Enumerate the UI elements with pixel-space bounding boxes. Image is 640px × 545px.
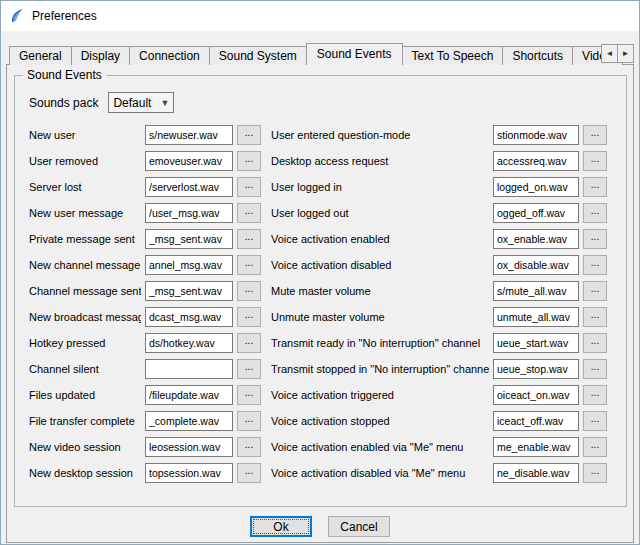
sound-file-input[interactable] (493, 437, 579, 457)
sound-file-input[interactable] (145, 151, 233, 171)
browse-button[interactable]: ... (583, 177, 607, 197)
tab-scroll-controls: ◄ ► (602, 44, 634, 63)
group-title: Sound Events (23, 68, 106, 82)
sound-event-label: Server lost (29, 181, 141, 193)
sound-file-input[interactable] (145, 177, 233, 197)
browse-button[interactable]: ... (583, 437, 607, 457)
sound-file-input[interactable] (493, 463, 579, 483)
sound-file-input[interactable] (493, 177, 579, 197)
sound-file-input[interactable] (493, 333, 579, 353)
sound-event-label: User logged out (271, 207, 489, 219)
sound-event-row: New user message... (29, 203, 261, 223)
sound-file-input[interactable] (145, 411, 233, 431)
sound-event-row: Voice activation enabled via "Me" menu..… (271, 437, 607, 457)
sound-event-row: Voice activation stopped... (271, 411, 607, 431)
browse-button[interactable]: ... (237, 463, 261, 483)
sound-event-label: Files updated (29, 389, 141, 401)
tab-scroll-left-button[interactable]: ◄ (601, 44, 618, 63)
sound-file-input[interactable] (493, 229, 579, 249)
sound-file-input[interactable] (145, 333, 233, 353)
sounds-pack-combo[interactable]: Default ▼ (108, 92, 174, 113)
tab-text-to-speech[interactable]: Text To Speech (402, 46, 504, 65)
sound-event-row: New channel message... (29, 255, 261, 275)
tab-scroll-right-button[interactable]: ► (617, 44, 634, 63)
sound-file-input[interactable] (493, 255, 579, 275)
browse-button[interactable]: ... (237, 203, 261, 223)
sounds-pack-value: Default (113, 96, 151, 110)
sound-event-row: File transfer complete... (29, 411, 261, 431)
browse-button[interactable]: ... (583, 203, 607, 223)
tab-bar: GeneralDisplayConnectionSound SystemSoun… (1, 43, 639, 65)
tab-shortcuts[interactable]: Shortcuts (502, 46, 573, 65)
sound-event-row: User entered question-mode... (271, 125, 607, 145)
browse-button[interactable]: ... (583, 333, 607, 353)
sound-file-input[interactable] (145, 125, 233, 145)
browse-button[interactable]: ... (583, 359, 607, 379)
browse-button[interactable]: ... (237, 437, 261, 457)
sound-event-label: New user message (29, 207, 141, 219)
sound-event-label: Voice activation enabled (271, 233, 489, 245)
sound-file-input[interactable] (145, 281, 233, 301)
sound-event-label: Transmit stopped in "No interruption" ch… (271, 363, 489, 375)
browse-button[interactable]: ... (583, 411, 607, 431)
sound-file-input[interactable] (145, 437, 233, 457)
sounds-pack-row: Sounds pack Default ▼ (29, 92, 618, 113)
sound-event-label: User entered question-mode (271, 129, 489, 141)
sound-file-input[interactable] (493, 203, 579, 223)
sound-file-input[interactable] (493, 281, 579, 301)
sound-file-input[interactable] (493, 125, 579, 145)
chevron-down-icon: ▼ (160, 98, 169, 108)
browse-button[interactable]: ... (237, 385, 261, 405)
sound-file-input[interactable] (145, 307, 233, 327)
browse-button[interactable]: ... (583, 151, 607, 171)
browse-button[interactable]: ... (583, 229, 607, 249)
browse-button[interactable]: ... (583, 125, 607, 145)
sound-file-input[interactable] (145, 385, 233, 405)
browse-button[interactable]: ... (583, 281, 607, 301)
sound-event-label: Desktop access request (271, 155, 489, 167)
browse-button[interactable]: ... (237, 359, 261, 379)
tab-general[interactable]: General (9, 46, 72, 65)
browse-button[interactable]: ... (583, 385, 607, 405)
browse-button[interactable]: ... (237, 333, 261, 353)
browse-button[interactable]: ... (237, 177, 261, 197)
sound-file-input[interactable] (145, 463, 233, 483)
sound-event-row: Channel message sent... (29, 281, 261, 301)
sound-file-input[interactable] (493, 411, 579, 431)
app-icon (9, 8, 25, 24)
sound-event-row: Transmit stopped in "No interruption" ch… (271, 359, 607, 379)
browse-button[interactable]: ... (237, 125, 261, 145)
sound-event-row: Voice activation triggered... (271, 385, 607, 405)
browse-button[interactable]: ... (583, 255, 607, 275)
tab-strip: GeneralDisplayConnectionSound SystemSoun… (9, 43, 639, 65)
sound-event-label: Mute master volume (271, 285, 489, 297)
sound-event-row: New user... (29, 125, 261, 145)
sound-file-input[interactable] (493, 385, 579, 405)
sound-file-input[interactable] (145, 203, 233, 223)
tab-sound-system[interactable]: Sound System (209, 46, 307, 65)
ok-button[interactable]: Ok (250, 516, 312, 537)
tab-display[interactable]: Display (71, 46, 130, 65)
sound-event-label: Unmute master volume (271, 311, 489, 323)
sound-event-label: Private message sent (29, 233, 141, 245)
sound-event-row: Private message sent... (29, 229, 261, 249)
sound-file-input[interactable] (145, 229, 233, 249)
tab-sound-events[interactable]: Sound Events (306, 43, 403, 65)
browse-button[interactable]: ... (237, 281, 261, 301)
browse-button[interactable]: ... (583, 463, 607, 483)
dialog-buttons: Ok Cancel (7, 516, 633, 537)
sound-file-input[interactable] (493, 359, 579, 379)
tab-connection[interactable]: Connection (129, 46, 210, 65)
sound-event-row: User removed... (29, 151, 261, 171)
sound-file-input[interactable] (493, 151, 579, 171)
browse-button[interactable]: ... (237, 307, 261, 327)
sound-file-input[interactable] (145, 255, 233, 275)
browse-button[interactable]: ... (583, 307, 607, 327)
cancel-button[interactable]: Cancel (328, 516, 390, 537)
browse-button[interactable]: ... (237, 255, 261, 275)
browse-button[interactable]: ... (237, 229, 261, 249)
sound-file-input[interactable] (493, 307, 579, 327)
browse-button[interactable]: ... (237, 151, 261, 171)
sound-file-input[interactable] (145, 359, 233, 379)
browse-button[interactable]: ... (237, 411, 261, 431)
